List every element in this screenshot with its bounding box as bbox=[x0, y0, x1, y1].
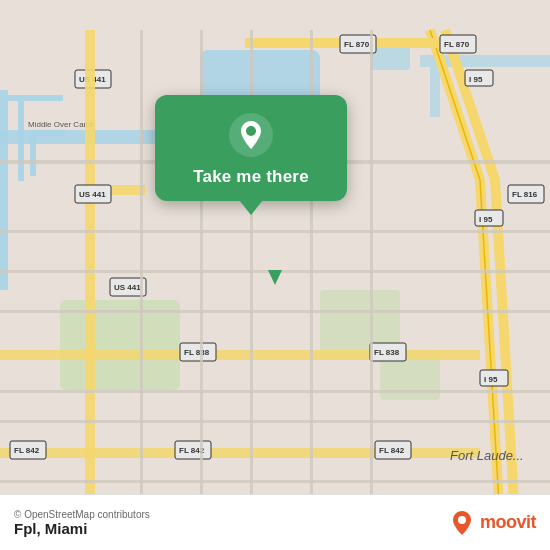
location-name: Fpl, Miami bbox=[14, 520, 150, 537]
svg-rect-58 bbox=[370, 30, 373, 520]
svg-rect-11 bbox=[60, 300, 180, 390]
map-container: Middle Over Canal I 95 I 95 I 95 FL 870 … bbox=[0, 0, 550, 550]
svg-text:FL 870: FL 870 bbox=[344, 40, 370, 49]
svg-text:US 441: US 441 bbox=[79, 190, 106, 199]
bottom-bar: © OpenStreetMap contributors Fpl, Miami … bbox=[0, 494, 550, 550]
svg-point-63 bbox=[458, 516, 466, 524]
svg-rect-51 bbox=[0, 390, 550, 393]
svg-rect-10 bbox=[430, 67, 440, 117]
svg-text:Middle Over Canal: Middle Over Canal bbox=[28, 120, 94, 129]
svg-text:I 95: I 95 bbox=[479, 215, 493, 224]
svg-text:I 95: I 95 bbox=[484, 375, 498, 384]
svg-rect-27 bbox=[85, 30, 95, 520]
svg-text:FL 870: FL 870 bbox=[444, 40, 470, 49]
popup-label: Take me there bbox=[193, 167, 309, 187]
svg-text:I 95: I 95 bbox=[469, 75, 483, 84]
svg-rect-50 bbox=[0, 310, 550, 313]
bottom-left-info: © OpenStreetMap contributors Fpl, Miami bbox=[14, 509, 150, 537]
popup-card[interactable]: Take me there bbox=[155, 95, 347, 201]
svg-rect-35 bbox=[0, 350, 480, 360]
svg-text:FL 842: FL 842 bbox=[14, 446, 40, 455]
svg-text:FL 842: FL 842 bbox=[379, 446, 405, 455]
svg-rect-0 bbox=[0, 90, 8, 290]
svg-rect-48 bbox=[0, 230, 550, 233]
moovit-text: moovit bbox=[480, 512, 536, 533]
svg-marker-60 bbox=[268, 270, 282, 285]
moovit-pin-icon bbox=[448, 509, 476, 537]
svg-text:FL 838: FL 838 bbox=[184, 348, 210, 357]
svg-text:FL 816: FL 816 bbox=[512, 190, 538, 199]
attribution-text: © OpenStreetMap contributors bbox=[14, 509, 150, 520]
svg-rect-53 bbox=[0, 480, 550, 483]
moovit-logo: moovit bbox=[448, 509, 536, 537]
svg-text:Fort Laude...: Fort Laude... bbox=[450, 448, 524, 463]
svg-text:FL 838: FL 838 bbox=[374, 348, 400, 357]
svg-rect-54 bbox=[140, 30, 143, 520]
svg-rect-1 bbox=[8, 95, 63, 101]
map-svg: Middle Over Canal I 95 I 95 I 95 FL 870 … bbox=[0, 0, 550, 550]
svg-text:US 441: US 441 bbox=[114, 283, 141, 292]
location-pin-icon bbox=[229, 113, 273, 157]
svg-rect-52 bbox=[0, 420, 550, 423]
svg-point-62 bbox=[246, 126, 256, 136]
